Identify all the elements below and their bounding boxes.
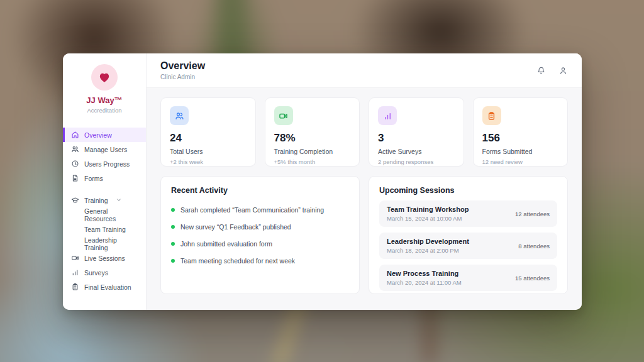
stat-sub: 2 pending responses	[378, 158, 455, 165]
activity-text: Team meeting scheduled for next week	[180, 257, 295, 265]
activity-text: Sarah completed “Team Communication” tra…	[180, 206, 324, 214]
sidebar-item-overview[interactable]: Overview	[63, 128, 146, 142]
user-icon[interactable]	[558, 66, 568, 75]
sidebar-item-general-resources[interactable]: General Resources	[63, 207, 146, 222]
list-item: John submitted evaluation form	[171, 235, 349, 252]
sidebar-item-surveys[interactable]: Surveys	[63, 265, 146, 280]
bell-icon[interactable]	[536, 66, 546, 75]
stat-label: Training Completion	[274, 148, 351, 155]
activity-list: Sarah completed “Team Communication” tra…	[171, 201, 349, 269]
stat-label: Active Surveys	[378, 148, 455, 155]
list-item: Sarah completed “Team Communication” tra…	[171, 201, 349, 218]
session-title: Leadership Development	[387, 238, 469, 245]
session-info: Team Training Workshop March 15, 2024 at…	[387, 206, 469, 222]
panels-row: Recent Activity Sarah completed “Team Co…	[160, 176, 568, 294]
dashboard-content: 24 Total Users +2 this week 78% Training…	[147, 88, 582, 310]
bar-chart-icon	[71, 268, 79, 277]
stat-label: Total Users	[170, 148, 247, 155]
clipboard-icon	[482, 106, 501, 125]
stat-sub: +5% this month	[274, 158, 351, 165]
heart-icon	[91, 64, 118, 90]
app-window: JJ Way™ Accreditation Overview Manage Us…	[63, 53, 582, 310]
activity-dot-icon	[171, 225, 175, 229]
panel-title: Recent Activity	[171, 186, 349, 195]
session-info: New Process Training March 20, 2024 at 1…	[387, 270, 462, 286]
stat-value: 3	[378, 132, 455, 145]
users-icon	[170, 106, 189, 125]
sidebar-item-users-progress[interactable]: Users Progress	[63, 156, 146, 171]
sidebar-item-team-training[interactable]: Team Training	[63, 222, 146, 236]
session-row[interactable]: Team Training Workshop March 15, 2024 at…	[379, 200, 557, 227]
session-row[interactable]: Leadership Development March 18, 2024 at…	[379, 233, 557, 259]
sidebar: JJ Way™ Accreditation Overview Manage Us…	[63, 53, 147, 310]
session-datetime: March 20, 2024 at 11:00 AM	[387, 279, 462, 286]
list-item: New survey “Q1 Feedback” published	[171, 218, 349, 235]
clipboard-icon	[71, 283, 79, 291]
stat-card-forms-submitted[interactable]: 156 Forms Submitted 12 need review	[473, 97, 569, 167]
brand-name: JJ Way™	[63, 96, 146, 105]
sidebar-item-label: Manage Users	[84, 146, 127, 153]
activity-text: New survey “Q1 Feedback” published	[180, 223, 291, 231]
stat-sub: +2 this week	[170, 158, 247, 165]
session-info: Leadership Development March 18, 2024 at…	[387, 238, 469, 254]
document-icon	[71, 174, 79, 182]
header-actions	[536, 66, 568, 75]
sidebar-item-manage-users[interactable]: Manage Users	[63, 142, 146, 156]
stat-card-training-completion[interactable]: 78% Training Completion +5% this month	[265, 97, 360, 167]
graduation-cap-icon	[71, 196, 79, 204]
chevron-down-icon	[116, 197, 122, 204]
activity-dot-icon	[171, 208, 175, 212]
session-title: Team Training Workshop	[387, 206, 469, 213]
page-header-text: Overview Clinic Admin	[160, 60, 205, 80]
page-subtitle: Clinic Admin	[160, 74, 205, 80]
sidebar-item-label: Team Training	[84, 226, 126, 233]
session-title: New Process Training	[387, 270, 462, 277]
sidebar-item-label: Overview	[84, 131, 112, 139]
upcoming-sessions-panel: Upcoming Sessions Team Training Workshop…	[369, 176, 568, 294]
sidebar-item-label: Final Evaluation	[84, 283, 131, 291]
session-attendees: 15 attendees	[515, 275, 550, 282]
list-item: Team meeting scheduled for next week	[171, 252, 349, 269]
bar-chart-icon	[378, 106, 397, 125]
recent-activity-panel: Recent Activity Sarah completed “Team Co…	[160, 176, 360, 294]
sidebar-item-final-evaluation[interactable]: Final Evaluation	[63, 280, 146, 294]
session-datetime: March 18, 2024 at 2:00 PM	[387, 247, 469, 254]
panel-title: Upcoming Sessions	[379, 186, 557, 195]
stat-value: 24	[170, 132, 247, 145]
sidebar-item-label: Users Progress	[84, 160, 130, 168]
session-attendees: 8 attendees	[518, 243, 550, 250]
stat-label: Forms Submitted	[482, 148, 559, 155]
home-icon	[71, 131, 79, 139]
sidebar-item-label: Surveys	[84, 269, 108, 277]
stat-card-active-surveys[interactable]: 3 Active Surveys 2 pending responses	[369, 97, 464, 167]
activity-text: John submitted evaluation form	[180, 240, 272, 248]
stat-value: 78%	[274, 132, 351, 145]
session-datetime: March 15, 2024 at 10:00 AM	[387, 215, 469, 222]
session-attendees: 12 attendees	[515, 211, 550, 217]
sidebar-item-training[interactable]: Training	[63, 193, 146, 207]
page-header: Overview Clinic Admin	[147, 53, 582, 88]
session-row[interactable]: New Process Training March 20, 2024 at 1…	[379, 265, 557, 291]
activity-dot-icon	[171, 242, 175, 246]
video-icon	[274, 106, 293, 125]
stat-sub: 12 need review	[482, 158, 559, 165]
stats-row: 24 Total Users +2 this week 78% Training…	[160, 97, 568, 167]
stat-value: 156	[482, 132, 559, 145]
sidebar-nav: Overview Manage Users Users Progress For…	[63, 128, 146, 294]
brand-logo: JJ Way™ Accreditation	[63, 53, 146, 121]
video-icon	[71, 254, 79, 262]
sidebar-item-label: Forms	[84, 175, 103, 182]
sidebar-item-leadership-training[interactable]: Leadership Training	[63, 236, 146, 251]
sidebar-item-label: General Resources	[84, 207, 141, 222]
sidebar-item-forms[interactable]: Forms	[63, 171, 146, 185]
users-icon	[71, 145, 79, 153]
stat-card-total-users[interactable]: 24 Total Users +2 this week	[160, 97, 256, 167]
main-area: Overview Clinic Admin 24 Total Users +2 …	[147, 53, 582, 310]
sidebar-item-label: Training	[84, 197, 108, 204]
sidebar-item-label: Live Sessions	[84, 255, 125, 262]
brand-subtitle: Accreditation	[63, 107, 146, 114]
activity-dot-icon	[171, 259, 175, 263]
clock-icon	[71, 160, 79, 168]
sidebar-item-label: Leadership Training	[84, 236, 141, 251]
sidebar-item-live-sessions[interactable]: Live Sessions	[63, 251, 146, 265]
